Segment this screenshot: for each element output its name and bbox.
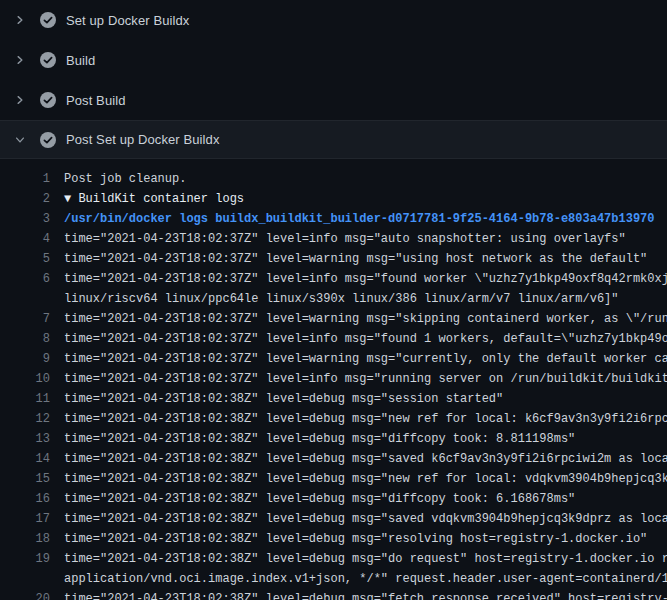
log-line: 15 time="2021-04-23T18:02:38Z" level=deb… [0,469,667,489]
log-line: 18 time="2021-04-23T18:02:38Z" level=deb… [0,529,667,549]
check-circle-icon [40,52,56,68]
log-text: time="2021-04-23T18:02:38Z" level=debug … [50,389,503,409]
log-line: 4 time="2021-04-23T18:02:37Z" level=info… [0,229,667,249]
step-title: Post Build [66,93,126,108]
line-number[interactable]: 2 [0,189,50,209]
log-text: time="2021-04-23T18:02:37Z" level=warnin… [50,309,667,329]
log-line: 14 time="2021-04-23T18:02:38Z" level=deb… [0,449,667,469]
line-number[interactable]: 12 [0,409,50,429]
line-number[interactable]: 4 [0,229,50,249]
log-line: 3 /usr/bin/docker logs buildx_buildkit_b… [0,209,667,229]
log-group-toggle[interactable]: ▼ BuildKit container logs [50,189,244,209]
log-text: time="2021-04-23T18:02:37Z" level=info m… [50,229,626,249]
log-line: 10 time="2021-04-23T18:02:37Z" level=inf… [0,369,667,389]
log-command-text: /usr/bin/docker logs buildx_buildkit_bui… [50,209,655,229]
line-number[interactable]: 7 [0,309,50,329]
log-text: time="2021-04-23T18:02:38Z" level=debug … [50,429,575,449]
line-number[interactable]: 20 [0,589,50,600]
chevron-right-icon [13,53,27,67]
log-line: 12 time="2021-04-23T18:02:38Z" level=deb… [0,409,667,429]
step-header-post-build[interactable]: Post Build [0,80,667,120]
line-number [0,289,50,309]
log-text: time="2021-04-23T18:02:38Z" level=debug … [50,529,647,549]
line-number[interactable]: 11 [0,389,50,409]
line-number[interactable]: 18 [0,529,50,549]
log-line: 1 Post job cleanup. [0,169,667,189]
step-header-post-set-up-docker-buildx[interactable]: Post Set up Docker Buildx [0,120,667,159]
line-number[interactable]: 3 [0,209,50,229]
log-line: 19 time="2021-04-23T18:02:38Z" level=deb… [0,549,667,569]
log-line: 20 time="2021-04-23T18:02:38Z" level=deb… [0,589,667,600]
log-text: time="2021-04-23T18:02:37Z" level=warnin… [50,349,667,369]
line-number[interactable]: 5 [0,249,50,269]
step-title: Post Set up Docker Buildx [66,132,220,147]
log-text: time="2021-04-23T18:02:38Z" level=debug … [50,469,667,489]
log-text: time="2021-04-23T18:02:38Z" level=debug … [50,549,667,569]
log-line-continuation: linux/riscv64 linux/ppc64le linux/s390x … [0,289,667,309]
step-header-build[interactable]: Build [0,40,667,80]
actions-log-viewer: Set up Docker Buildx Build Post Build Po… [0,0,667,600]
log-text: application/vnd.oci.image.index.v1+json,… [50,569,667,589]
log-line: 7 time="2021-04-23T18:02:37Z" level=warn… [0,309,667,329]
log-text: time="2021-04-23T18:02:38Z" level=debug … [50,509,667,529]
log-text: time="2021-04-23T18:02:37Z" level=info m… [50,269,667,289]
line-number[interactable]: 10 [0,369,50,389]
chevron-right-icon [13,13,27,27]
log-line: 13 time="2021-04-23T18:02:38Z" level=deb… [0,429,667,449]
step-title: Build [66,53,95,68]
log-line: 2 ▼ BuildKit container logs [0,189,667,209]
log-text: time="2021-04-23T18:02:38Z" level=debug … [50,489,575,509]
line-number[interactable]: 16 [0,489,50,509]
line-number[interactable]: 15 [0,469,50,489]
log-line: 6 time="2021-04-23T18:02:37Z" level=info… [0,269,667,289]
chevron-down-icon [13,133,27,147]
line-number[interactable]: 19 [0,549,50,569]
log-line-continuation: application/vnd.oci.image.index.v1+json,… [0,569,667,589]
log-text: time="2021-04-23T18:02:37Z" level=warnin… [50,249,647,269]
line-number[interactable]: 9 [0,349,50,369]
log-line: 5 time="2021-04-23T18:02:37Z" level=warn… [0,249,667,269]
log-body: 1 Post job cleanup. 2 ▼ BuildKit contain… [0,159,667,600]
log-line: 16 time="2021-04-23T18:02:38Z" level=deb… [0,489,667,509]
log-line: 8 time="2021-04-23T18:02:37Z" level=info… [0,329,667,349]
line-number[interactable]: 1 [0,169,50,189]
check-circle-icon [40,132,56,148]
line-number[interactable]: 14 [0,449,50,469]
log-text: linux/riscv64 linux/ppc64le linux/s390x … [50,289,619,309]
log-line: 17 time="2021-04-23T18:02:38Z" level=deb… [0,509,667,529]
check-circle-icon [40,12,56,28]
log-text: time="2021-04-23T18:02:38Z" level=debug … [50,589,667,600]
line-number [0,569,50,589]
line-number[interactable]: 13 [0,429,50,449]
log-text: time="2021-04-23T18:02:38Z" level=debug … [50,409,667,429]
line-number[interactable]: 8 [0,329,50,349]
log-text: time="2021-04-23T18:02:37Z" level=info m… [50,369,667,389]
check-circle-icon [40,92,56,108]
line-number[interactable]: 17 [0,509,50,529]
log-line: 9 time="2021-04-23T18:02:37Z" level=warn… [0,349,667,369]
log-text: time="2021-04-23T18:02:38Z" level=debug … [50,449,667,469]
line-number[interactable]: 6 [0,269,50,289]
log-line: 11 time="2021-04-23T18:02:38Z" level=deb… [0,389,667,409]
log-text: time="2021-04-23T18:02:37Z" level=info m… [50,329,667,349]
log-text: Post job cleanup. [50,169,186,189]
chevron-right-icon [13,93,27,107]
step-header-set-up-docker-buildx[interactable]: Set up Docker Buildx [0,0,667,40]
step-title: Set up Docker Buildx [66,13,189,28]
